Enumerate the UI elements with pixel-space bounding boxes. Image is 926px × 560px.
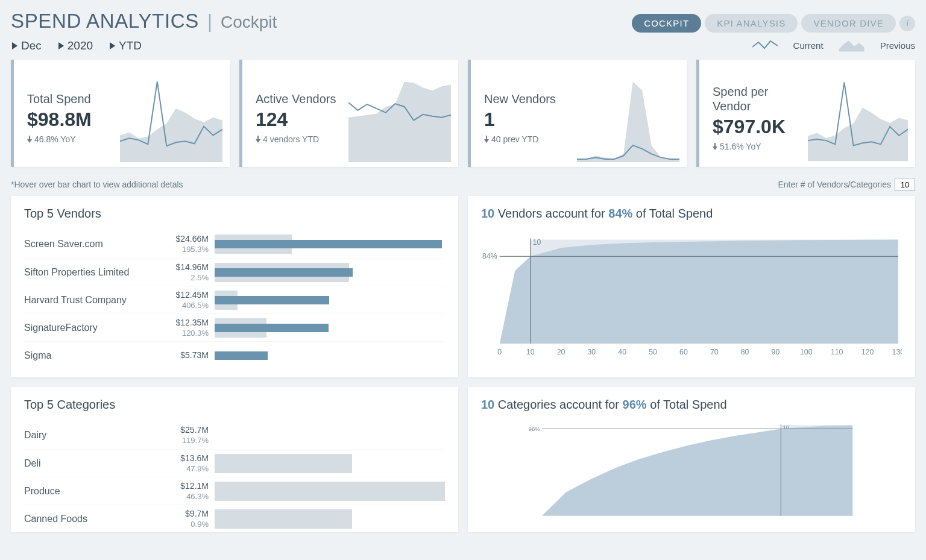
bar-values: $25.7M119.7% [163, 425, 215, 445]
bar-chart [215, 421, 445, 449]
legend-current-label: Current [793, 40, 824, 51]
svg-text:120: 120 [861, 348, 874, 356]
svg-text:100: 100 [800, 348, 813, 356]
bar-row[interactable]: Canned Foods $9.7M0.9% [24, 505, 445, 532]
kpi-change: 4 vendors YTD [256, 134, 336, 144]
bar-chart [215, 259, 445, 286]
text: Categories account for [494, 398, 622, 411]
kpi-card[interactable]: Active Vendors 124 4 vendors YTD [239, 60, 458, 167]
text: Vendors account for [494, 207, 608, 220]
bar-row[interactable]: Screen Saver.com $24.66M195.3% [24, 230, 445, 258]
bar-name: Sigma [24, 350, 163, 361]
tab-cockpit[interactable]: COCKPIT [632, 14, 701, 33]
filter-year-label: 2020 [68, 39, 93, 52]
text: of Total Spend [647, 398, 727, 411]
svg-text:30: 30 [587, 348, 596, 356]
chart-category-pareto[interactable]: 96% 10 [481, 421, 902, 518]
bar-name: SignatureFactory [24, 322, 163, 333]
kpi-value: $98.8M [27, 109, 92, 131]
bar-name: Screen Saver.com [24, 239, 163, 250]
bar-values: $9.7M0.9% [163, 509, 215, 529]
svg-text:20: 20 [557, 348, 565, 356]
bar-chart [215, 286, 445, 313]
legend-current-icon [752, 39, 778, 52]
bar-row[interactable]: Sifton Properties Limited $14.96M2.5% [24, 258, 445, 286]
bar-chart [215, 505, 445, 532]
bar-row[interactable]: Harvard Trust Company $12.45M406.5% [24, 286, 445, 313]
tab-kpi-analysis[interactable]: KPI ANALYSIS [705, 14, 798, 33]
bar-chart [215, 450, 445, 477]
arrow-down-icon [27, 136, 32, 143]
kpi-label: New Vendors [484, 92, 556, 106]
filter-year[interactable]: 2020 [58, 39, 93, 52]
arrow-down-icon [256, 136, 260, 143]
panel-category-pareto: 10 Categories account for 96% of Total S… [468, 387, 915, 532]
bar-name: Sifton Properties Limited [24, 267, 163, 278]
bar-name: Deli [24, 458, 163, 469]
kpi-value: $797.0K [713, 116, 808, 138]
title-separator: | [207, 11, 212, 33]
svg-text:0: 0 [497, 348, 502, 356]
page-subtitle: Cockpit [221, 13, 277, 32]
bar-values: $12.45M406.5% [163, 290, 215, 310]
filter-month[interactable]: Dec [12, 39, 42, 52]
bar-row[interactable]: Deli $13.6M47.9% [24, 449, 445, 477]
bar-row[interactable]: Produce $12.1M46.3% [24, 477, 445, 505]
bar-values: $5.73M [163, 350, 215, 360]
svg-text:84%: 84% [482, 252, 497, 260]
svg-text:80: 80 [741, 348, 749, 356]
kpi-card[interactable]: Total Spend $98.8M 46.8% YoY [11, 60, 230, 167]
panel-top-vendors: Top 5 Vendors Screen Saver.com $24.66M19… [11, 196, 458, 377]
pareto-pct: 84% [608, 207, 632, 220]
triangle-icon [110, 42, 115, 49]
info-icon[interactable]: i [899, 16, 915, 31]
triangle-icon [12, 42, 17, 49]
legend: Current Previous [752, 39, 915, 52]
filter-scope-label: YTD [119, 39, 142, 52]
svg-text:10: 10 [526, 348, 535, 356]
svg-text:10: 10 [533, 238, 541, 247]
kpi-row: Total Spend $98.8M 46.8% YoY Active Vend… [11, 60, 915, 167]
panel-vendor-pareto: 10 Vendors account for 84% of Total Spen… [468, 196, 915, 377]
bar-row[interactable]: SignatureFactory $12.35M120.3% [24, 313, 445, 341]
panel-title: 10 Categories account for 96% of Total S… [481, 398, 902, 412]
svg-text:96%: 96% [529, 426, 541, 432]
svg-text:50: 50 [649, 348, 657, 356]
pareto-count: 10 [481, 398, 494, 411]
kpi-card[interactable]: New Vendors 1 40 prev YTD [468, 60, 687, 167]
bar-chart [215, 477, 445, 505]
bar-row[interactable]: Sigma $5.73M [24, 341, 445, 369]
filter-scope[interactable]: YTD [110, 39, 142, 52]
bar-name: Canned Foods [24, 514, 163, 524]
svg-text:70: 70 [710, 348, 719, 356]
bar-chart [215, 230, 445, 258]
panel-title: 10 Vendors account for 84% of Total Spen… [481, 207, 902, 221]
kpi-label: Total Spend [27, 92, 92, 106]
svg-text:10: 10 [783, 424, 790, 430]
kpi-change: 40 prev YTD [484, 134, 556, 144]
tab-vendor-dive[interactable]: VENDOR DIVE [801, 14, 896, 33]
kpi-card[interactable]: Spend per Vendor $797.0K 51.6% YoY [696, 60, 915, 167]
bar-values: $13.6M47.9% [163, 453, 215, 474]
view-tabs: COCKPIT KPI ANALYSIS VENDOR DIVE i [632, 14, 915, 33]
kpi-label: Spend per Vendor [713, 84, 808, 113]
vendor-count-label: Enter # of Vendors/Categories [778, 180, 891, 189]
text: of Total Spend [632, 207, 713, 220]
chart-vendor-pareto[interactable]: 84% 10 0102030405060708090100110120130 [481, 230, 902, 363]
legend-previous-label: Previous [880, 40, 915, 51]
vendor-count-input[interactable] [895, 178, 915, 191]
svg-text:130: 130 [892, 348, 902, 356]
bar-values: $12.35M120.3% [163, 318, 215, 338]
bar-row[interactable]: Dairy $25.7M119.7% [24, 421, 445, 449]
arrow-down-icon [484, 136, 489, 143]
pareto-count: 10 [481, 207, 494, 220]
panel-title: Top 5 Categories [24, 398, 445, 412]
kpi-label: Active Vendors [256, 92, 336, 106]
hover-hint: *Hover over bar chart to view additional… [11, 180, 183, 189]
bar-values: $14.96M2.5% [163, 262, 215, 283]
panel-title: Top 5 Vendors [24, 207, 445, 221]
bar-chart [215, 314, 445, 341]
triangle-icon [58, 42, 64, 49]
bar-name: Harvard Trust Company [24, 295, 163, 306]
bar-values: $24.66M195.3% [163, 234, 215, 254]
